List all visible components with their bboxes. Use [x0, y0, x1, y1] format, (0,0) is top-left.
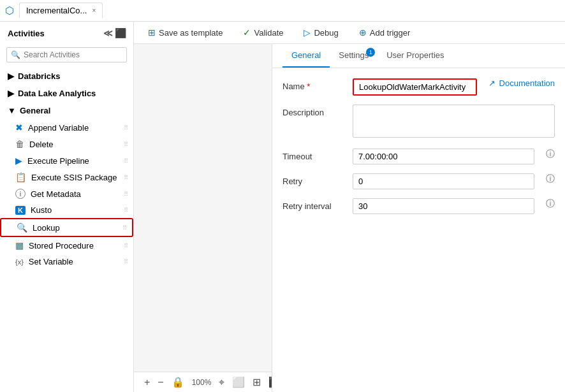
sidebar-header: Activities ≪ ⬛ — [0, 22, 133, 45]
tab-user-properties-label: User Properties — [386, 50, 444, 60]
item-label: Kusto — [31, 205, 52, 215]
sidebar-item-get-metadata[interactable]: i Get Metadata ⠿ — [0, 185, 133, 202]
add-trigger-icon: ⊕ — [359, 27, 367, 38]
item-label: Stored Procedure — [29, 241, 94, 250]
lock-btn[interactable]: 🔒 — [172, 376, 184, 388]
drag-handle-icon: ⠿ — [124, 157, 128, 164]
sidebar-item-set-variable[interactable]: {x} Set Variable ⠿ — [0, 254, 133, 270]
arrow-icon: ▶ — [8, 71, 14, 81]
view-btn[interactable]: ⬛ — [268, 376, 272, 388]
sidebar-category-databricks[interactable]: ▶ Databricks — [0, 68, 133, 85]
description-label: Description — [282, 105, 346, 117]
retry-interval-info: ⓘ — [546, 198, 555, 210]
sidebar-item-execute-pipeline[interactable]: ▶ Execute Pipeline ⠿ — [0, 152, 133, 169]
name-label: Name * — [282, 78, 346, 91]
main-layout: Activities ≪ ⬛ 🔍 ▶ Databricks ▶ Data Lak… — [0, 22, 565, 392]
retry-interval-input[interactable] — [353, 198, 534, 214]
drag-handle-icon: ⠿ — [124, 191, 128, 198]
debug-icon: ▷ — [304, 27, 311, 38]
app-icon: ⬡ — [5, 4, 14, 17]
zoom-100-btn[interactable]: 100% — [192, 378, 212, 387]
tab-general-label: General — [291, 50, 321, 60]
timeout-input[interactable] — [353, 149, 534, 164]
sidebar-items-list: ▶ Databricks ▶ Data Lake Analytics ▼ Gen… — [0, 68, 133, 392]
zoom-in-btn[interactable]: + — [144, 377, 150, 388]
drag-handle-icon: ⠿ — [122, 224, 127, 231]
retry-info: ⓘ — [546, 173, 555, 185]
sidebar: Activities ≪ ⬛ 🔍 ▶ Databricks ▶ Data Lak… — [0, 22, 134, 392]
validate-button[interactable]: ✓ Validate — [239, 25, 287, 40]
tab-incremental[interactable]: IncrementalCo... × — [19, 3, 103, 18]
collapse-icon[interactable]: ≪ — [103, 28, 113, 38]
item-label: Get Metadata — [31, 189, 81, 199]
lookup-icon: 🔍 — [17, 222, 27, 233]
append-variable-icon: ✖ — [15, 122, 23, 133]
zoom-out-btn[interactable]: − — [158, 377, 163, 388]
timeout-info-icon: ⓘ — [546, 149, 555, 160]
props-content: Name * ↗ Documentation Descripti — [272, 68, 565, 392]
item-label: Execute SSIS Package — [31, 173, 117, 182]
drag-handle-icon: ⠿ — [124, 174, 128, 181]
name-field-row: Name * ↗ Documentation — [282, 78, 555, 96]
retry-input[interactable] — [353, 173, 534, 189]
retry-interval-field-row: Retry interval ⓘ — [282, 198, 555, 214]
sidebar-item-delete[interactable]: 🗑 Delete ⠿ — [0, 136, 133, 152]
timeout-label: Timeout — [282, 149, 346, 161]
sidebar-item-execute-ssis[interactable]: 📋 Execute SSIS Package ⠿ — [0, 169, 133, 185]
settings-badge: 1 — [366, 48, 375, 57]
canvas-area: ⊞ Save as template ✓ Validate ▷ Debug ⊕ … — [134, 22, 565, 392]
stored-procedure-icon: ▦ — [15, 240, 24, 250]
canvas-mini-toolbar: + − 🔒 100% ⌖ ⬜ ⊞ ⬛ — [134, 372, 272, 392]
tab-label: IncrementalCo... — [26, 6, 87, 15]
sidebar-square-icon[interactable]: ⬛ — [115, 28, 126, 38]
timeout-field — [353, 149, 534, 164]
sidebar-item-stored-procedure[interactable]: ▦ Stored Procedure ⠿ — [0, 237, 133, 254]
timeout-field-row: Timeout ⓘ — [282, 149, 555, 164]
pipeline-canvas[interactable]: Lookup ⌕ LookupOldWaterMarkActivity 🗑 ⊡ … — [134, 44, 272, 392]
retry-interval-label: Retry interval — [282, 198, 346, 211]
debug-label: Debug — [314, 28, 338, 38]
sidebar-item-lookup[interactable]: 🔍 Lookup ⠿ — [0, 218, 133, 237]
description-input[interactable] — [353, 105, 555, 138]
search-container: 🔍 — [6, 47, 127, 62]
item-label: Lookup — [33, 223, 60, 233]
kusto-icon: K — [15, 206, 26, 215]
main-toolbar: ⊞ Save as template ✓ Validate ▷ Debug ⊕ … — [134, 22, 565, 44]
category-label: Data Lake Analytics — [18, 89, 96, 98]
arrow-icon: ▼ — [8, 106, 16, 115]
titlebar: ⬡ IncrementalCo... × — [0, 0, 565, 22]
debug-button[interactable]: ▷ Debug — [300, 25, 342, 40]
drag-handle-icon: ⠿ — [124, 242, 128, 249]
sidebar-category-general[interactable]: ▼ General — [0, 102, 133, 119]
layout-btn[interactable]: ⊞ — [253, 376, 261, 388]
validate-label: Validate — [254, 28, 283, 38]
search-input[interactable] — [6, 47, 127, 62]
add-trigger-button[interactable]: ⊕ Add trigger — [355, 25, 415, 40]
name-field — [353, 78, 477, 96]
sidebar-item-append-variable[interactable]: ✖ Append Variable ⠿ — [0, 119, 133, 136]
sidebar-category-datalake[interactable]: ▶ Data Lake Analytics — [0, 85, 133, 102]
retry-interval-info-icon: ⓘ — [546, 198, 555, 210]
select-btn[interactable]: ⬜ — [232, 376, 245, 388]
tab-settings[interactable]: Settings 1 — [330, 44, 378, 68]
retry-info-icon: ⓘ — [546, 173, 555, 185]
sidebar-item-kusto[interactable]: K Kusto ⠿ — [0, 202, 133, 218]
name-input[interactable] — [353, 78, 477, 96]
item-label: Delete — [29, 140, 54, 149]
validate-icon: ✓ — [243, 27, 251, 38]
retry-interval-field — [353, 198, 534, 214]
category-label: General — [20, 106, 50, 115]
tab-close-icon[interactable]: × — [92, 7, 96, 14]
set-variable-icon: {x} — [15, 258, 24, 266]
doc-link-icon: ↗ — [488, 78, 495, 88]
tab-user-properties[interactable]: User Properties — [378, 44, 453, 68]
fit-btn[interactable]: ⌖ — [219, 377, 224, 388]
props-tabs: General Settings 1 User Properties — [272, 44, 565, 68]
save-template-button[interactable]: ⊞ Save as template — [144, 25, 226, 40]
drag-handle-icon: ⠿ — [124, 258, 128, 265]
tab-general[interactable]: General — [282, 44, 330, 68]
category-label: Databricks — [18, 71, 60, 81]
add-trigger-label: Add trigger — [370, 28, 411, 38]
doc-link[interactable]: Documentation — [499, 78, 555, 88]
save-template-label: Save as template — [159, 28, 223, 38]
